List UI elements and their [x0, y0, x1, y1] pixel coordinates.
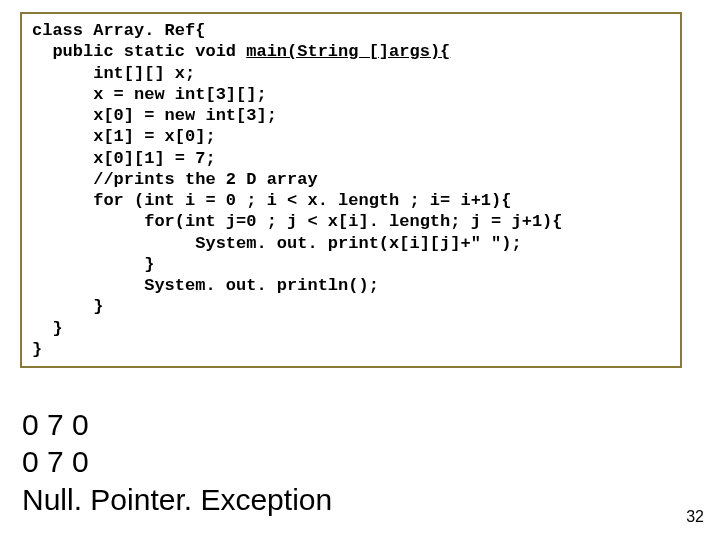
code-line: } — [32, 318, 670, 339]
code-text: } — [32, 340, 42, 359]
code-underline: main(String []args){ — [246, 42, 450, 61]
output-line: 0 7 0 — [22, 443, 332, 481]
code-text: x[1] = x[0]; — [32, 127, 216, 146]
code-line: x[1] = x[0]; — [32, 126, 670, 147]
code-line: System. out. print(x[i][j]+" "); — [32, 233, 670, 254]
output-line: 0 7 0 — [22, 406, 332, 444]
code-line: class Array. Ref{ — [32, 20, 670, 41]
code-text: //prints the 2 D array — [32, 170, 318, 189]
code-text: } — [32, 319, 63, 338]
code-text: System. out. println(); — [32, 276, 379, 295]
code-line: x[0][1] = 7; — [32, 148, 670, 169]
code-line: int[][] x; — [32, 63, 670, 84]
output-block: 0 7 0 0 7 0 Null. Pointer. Exception — [22, 406, 332, 519]
code-line: x = new int[3][]; — [32, 84, 670, 105]
code-text: public static void — [32, 42, 246, 61]
code-text: System. out. print(x[i][j]+" "); — [32, 234, 522, 253]
code-line: System. out. println(); — [32, 275, 670, 296]
code-text: x[0] = new int[3]; — [32, 106, 277, 125]
code-block: class Array. Ref{ public static void mai… — [20, 12, 682, 368]
code-text: class Array. Ref{ — [32, 21, 205, 40]
code-line: for(int j=0 ; j < x[i]. length; j = j+1)… — [32, 211, 670, 232]
code-text: for (int i = 0 ; i < x. length ; i= i+1)… — [32, 191, 511, 210]
code-text: x = new int[3][]; — [32, 85, 267, 104]
code-text: for(int j=0 ; j < x[i]. length; j = j+1)… — [32, 212, 563, 231]
code-text: } — [32, 255, 154, 274]
code-text: int[][] x; — [32, 64, 195, 83]
code-line: x[0] = new int[3]; — [32, 105, 670, 126]
code-line: } — [32, 254, 670, 275]
code-line: } — [32, 296, 670, 317]
code-line: } — [32, 339, 670, 360]
code-text: x[0][1] = 7; — [32, 149, 216, 168]
code-line: for (int i = 0 ; i < x. length ; i= i+1)… — [32, 190, 670, 211]
code-text: } — [32, 297, 103, 316]
code-line: public static void main(String []args){ — [32, 41, 670, 62]
output-line: Null. Pointer. Exception — [22, 481, 332, 519]
page-number: 32 — [686, 508, 704, 526]
code-line: //prints the 2 D array — [32, 169, 670, 190]
